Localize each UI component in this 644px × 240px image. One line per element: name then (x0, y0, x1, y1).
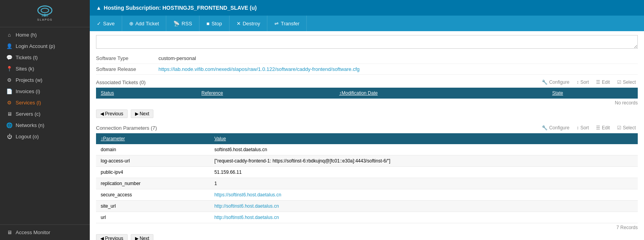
tickets-icon: 💬 (6, 55, 12, 60)
transfer-button[interactable]: ⇌ Transfer (267, 16, 307, 31)
servers-icon: 🖥 (6, 111, 12, 117)
param-cell: domain (96, 144, 210, 155)
svg-text:SLAPOS: SLAPOS (37, 18, 52, 21)
sidebar-item-projects[interactable]: ⚙ Projects (w) (0, 74, 90, 86)
param-cell: public-ipv4 (96, 167, 210, 178)
transfer-icon: ⇌ (274, 21, 279, 26)
conn-params-prev-button[interactable]: ◀ Previous (96, 234, 128, 240)
associated-tickets-select-button[interactable]: ☑ Select (615, 79, 638, 86)
sidebar-item-home[interactable]: ⌂ Home (h) (0, 29, 90, 41)
select-checkbox-icon: ☑ (617, 79, 621, 85)
associated-tickets-no-records: No records (96, 99, 638, 107)
connection-parameters-table: ↕Parameter Value domainsoftinst6.host.da… (96, 133, 638, 223)
associated-tickets-sort-button[interactable]: ↕ Sort (575, 79, 591, 86)
conn-params-select-button[interactable]: ☑ Select (615, 124, 638, 131)
sidebar-nav: ⌂ Home (h) 👤 Login Account (p) 💬 Tickets… (0, 27, 90, 224)
home-icon: ⌂ (6, 32, 12, 38)
col-status[interactable]: Status (96, 88, 197, 99)
value-cell: softinst6.host.daetalus.cn (210, 144, 638, 155)
associated-tickets-prev-button[interactable]: ◀ Previous (96, 109, 128, 118)
stop-icon: ■ (206, 21, 210, 26)
configure-icon: 🔧 (542, 79, 548, 85)
networks-icon: 🌐 (6, 122, 12, 128)
table-row: log-access-url["request-caddy-frontend-1… (96, 155, 638, 167)
conn-params-next-button[interactable]: ▶ Next (131, 234, 154, 240)
conn-params-configure-button[interactable]: 🔧 Configure (540, 124, 571, 131)
sidebar-item-sites[interactable]: 📍 Sites (k) (0, 63, 90, 74)
destroy-button[interactable]: ✕ Destroy (229, 16, 268, 31)
conn-params-edit-button[interactable]: ☰ Edit (594, 124, 612, 131)
software-release-link[interactable]: https://lab.node.vifib.com/nexedi/slapos… (158, 66, 359, 72)
next-icon-2: ▶ (135, 236, 139, 240)
stop-button[interactable]: ■ Stop (199, 16, 229, 31)
associated-tickets-configure-button[interactable]: 🔧 Configure (540, 79, 571, 86)
add-ticket-button[interactable]: ⊕ Add Ticket (122, 16, 167, 31)
value-link[interactable]: http://softinst6.host.daetalus.cn (214, 215, 279, 220)
prev-icon: ◀ (100, 111, 104, 116)
prev-icon-2: ◀ (100, 236, 104, 240)
topbar: ▲ Hosting Subscription: HOSTINGJS_FRONTE… (90, 0, 644, 16)
topbar-title: Hosting Subscription: HOSTINGJS_FRONTEND… (104, 5, 257, 11)
value-link[interactable]: http://softinst6.host.daetalus.cn (214, 203, 279, 209)
user-icon: 👤 (6, 43, 12, 49)
sidebar-item-logout[interactable]: ⏻ Logout (o) (0, 131, 90, 142)
associated-tickets-edit-button[interactable]: ☰ Edit (594, 79, 612, 86)
associated-tickets-actions: 🔧 Configure ↕ Sort ☰ Edit ☑ Select (540, 79, 638, 86)
col-parameter[interactable]: ↕Parameter (96, 133, 210, 144)
info-row-software-release: Software Release https://lab.node.vifib.… (96, 64, 638, 75)
sidebar-bottom: 🖥 Access Monitor (0, 224, 90, 240)
param-cell: site_url (96, 201, 210, 212)
software-release-value: https://lab.node.vifib.com/nexedi/slapos… (158, 66, 359, 72)
svg-point-0 (38, 6, 52, 15)
add-icon: ⊕ (129, 21, 133, 26)
sidebar-logo: SLAPOS (0, 0, 90, 27)
col-modification-date[interactable]: ↕Modification Date (334, 88, 548, 99)
associated-tickets-pagination: ◀ Previous ▶ Next (96, 107, 638, 120)
associated-tickets-header: Associated Tickets (0) 🔧 Configure ↕ Sor… (96, 75, 638, 88)
col-reference[interactable]: Reference (197, 88, 334, 99)
sort-icon: ↕ (576, 79, 579, 85)
sidebar-item-access-monitor[interactable]: 🖥 Access Monitor (0, 227, 90, 238)
main-content: ▲ Hosting Subscription: HOSTINGJS_FRONTE… (90, 0, 644, 240)
sidebar: SLAPOS ⌂ Home (h) 👤 Login Account (p) 💬 … (0, 0, 90, 240)
rss-icon: 📡 (173, 21, 180, 26)
col-value[interactable]: Value (210, 133, 638, 144)
next-icon: ▶ (135, 111, 139, 116)
rss-button[interactable]: 📡 RSS (166, 16, 199, 31)
sidebar-item-servers[interactable]: 🖥 Servers (c) (0, 108, 90, 120)
sidebar-item-label: Servers (c) (16, 111, 41, 117)
projects-icon: ⚙ (6, 77, 12, 83)
invoices-icon: 📄 (6, 88, 12, 94)
param-cell: replication_number (96, 178, 210, 189)
associated-tickets-table-header-row: Status Reference ↕Modification Date Stat… (96, 88, 638, 99)
save-button[interactable]: ✓ Save (90, 16, 122, 31)
edit-icon-2: ☰ (596, 125, 600, 131)
info-row-software-type: Software Type custom-personal (96, 53, 638, 64)
associated-tickets-next-button[interactable]: ▶ Next (131, 109, 154, 118)
value-cell: https://softinst6.host.daetalus.cn (210, 189, 638, 201)
sidebar-item-invoices[interactable]: 📄 Invoices (i) (0, 86, 90, 97)
content-area: Software Type custom-personal Software R… (90, 31, 644, 240)
connection-parameters-pagination: ◀ Previous ▶ Next (96, 232, 638, 240)
connection-parameters-title: Connection Parameters (7) (96, 125, 157, 131)
sidebar-item-label: Access Monitor (16, 229, 50, 235)
conn-params-sort-button[interactable]: ↕ Sort (575, 124, 591, 131)
connection-parameters-actions: 🔧 Configure ↕ Sort ☰ Edit ☑ Select (540, 124, 638, 131)
col-state[interactable]: State (548, 88, 638, 99)
table-row: public-ipv451.159.66.11 (96, 167, 638, 178)
table-row: domainsoftinst6.host.daetalus.cn (96, 144, 638, 155)
connection-parameters-table-header-row: ↕Parameter Value (96, 133, 638, 144)
sidebar-item-networks[interactable]: 🌐 Networks (n) (0, 120, 90, 131)
value-cell: 1 (210, 178, 638, 189)
sidebar-item-tickets[interactable]: 💬 Tickets (t) (0, 52, 90, 63)
software-type-value: custom-personal (158, 55, 196, 61)
check-icon: ✓ (97, 21, 101, 26)
sidebar-item-login-account[interactable]: 👤 Login Account (p) (0, 41, 90, 52)
value-link[interactable]: https://softinst6.host.daetalus.cn (214, 192, 281, 198)
sidebar-item-label: Services (l) (16, 100, 41, 106)
table-row: site_urlhttp://softinst6.host.daetalus.c… (96, 201, 638, 212)
toolbar: ✓ Save ⊕ Add Ticket 📡 RSS ■ Stop ✕ Destr… (90, 16, 644, 31)
top-textarea[interactable] (96, 35, 638, 49)
sidebar-item-services[interactable]: ⚙ Services (l) (0, 97, 90, 108)
table-row: replication_number1 (96, 178, 638, 189)
